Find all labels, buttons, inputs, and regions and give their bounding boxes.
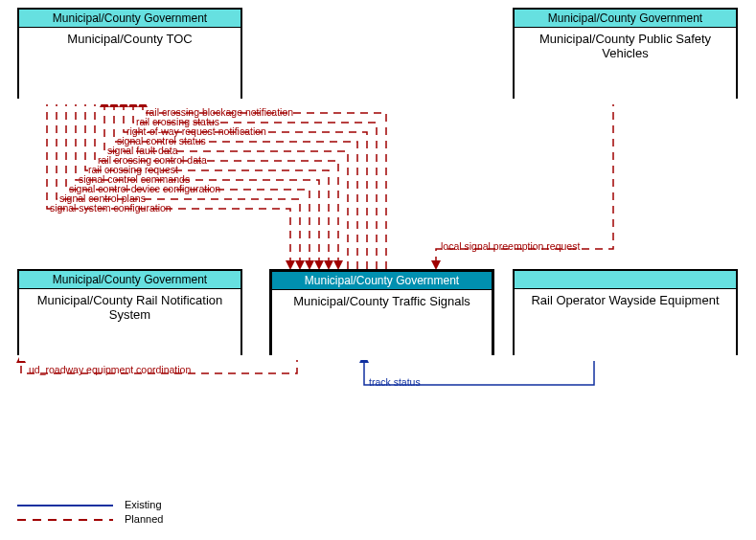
- entity-psv-owner: Municipal/County Government: [515, 10, 736, 28]
- entity-psv[interactable]: Municipal/County Government Municipal/Co…: [513, 8, 738, 99]
- entity-rowe[interactable]: Rail Operator Wayside Equipment: [513, 269, 738, 355]
- flow-label: local signal preemption request: [441, 240, 580, 252]
- entity-rail-owner: Municipal/County Government: [19, 271, 241, 289]
- flow-label: signal system configuration: [50, 202, 172, 214]
- flow-label: track status: [369, 376, 421, 388]
- entity-psv-name: Municipal/County Public Safety Vehicles: [515, 28, 736, 104]
- flow-label: ud_roadway equipment coordination: [29, 364, 191, 375]
- legend-existing: Existing: [125, 499, 162, 510]
- entity-sig-name: Municipal/County Traffic Signals: [272, 290, 492, 360]
- entity-toc-owner: Municipal/County Government: [19, 10, 241, 28]
- entity-rail[interactable]: Municipal/County Government Municipal/Co…: [17, 269, 242, 355]
- entity-rowe-owner: [515, 271, 736, 289]
- entity-sig-owner: Municipal/County Government: [272, 272, 492, 290]
- entity-sig[interactable]: Municipal/County Government Municipal/Co…: [269, 269, 494, 355]
- legend-planned: Planned: [125, 513, 163, 525]
- entity-toc-name: Municipal/County TOC: [19, 28, 241, 104]
- entity-rail-name: Municipal/County Rail Notification Syste…: [19, 289, 241, 361]
- entity-rowe-name: Rail Operator Wayside Equipment: [515, 289, 736, 361]
- entity-toc[interactable]: Municipal/County Government Municipal/Co…: [17, 8, 242, 99]
